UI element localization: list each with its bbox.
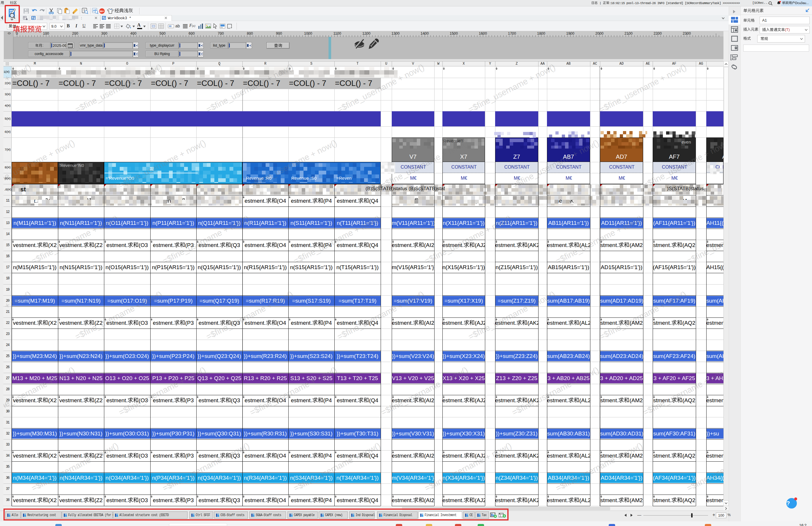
- svg-text:99+: 99+: [100, 10, 104, 13]
